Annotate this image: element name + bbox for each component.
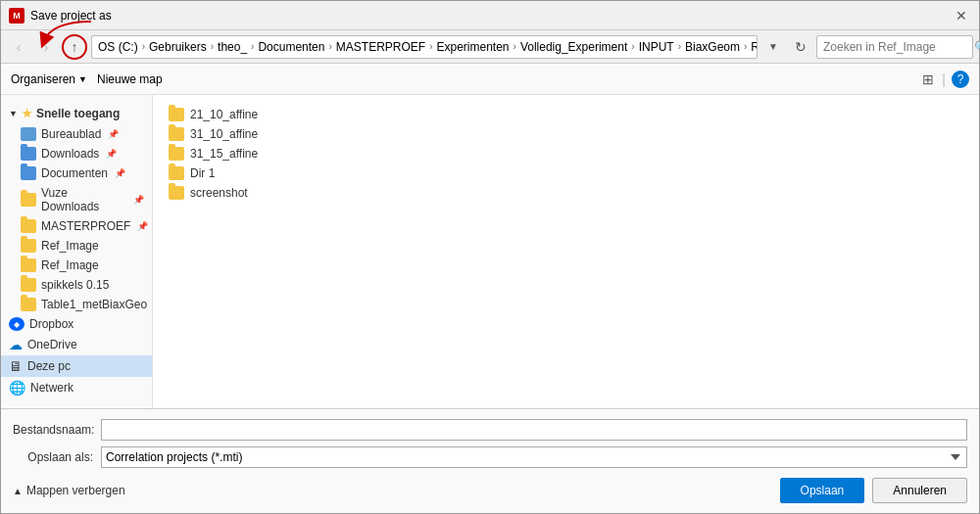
file-name-4: Dir 1	[190, 166, 215, 180]
sidebar-item-refimage1[interactable]: Ref_Image	[1, 236, 152, 256]
file-item-4[interactable]: Dir 1	[163, 164, 969, 183]
folder-icon-refimage2	[21, 258, 36, 272]
cancel-button[interactable]: Annuleren	[872, 478, 967, 503]
help-button[interactable]: ?	[952, 70, 969, 88]
sidebar-item-label-table1: Table1_metBiaxGeo	[41, 298, 147, 311]
folder-icon-item-2	[169, 127, 184, 141]
folder-icon-item-5	[169, 186, 184, 200]
address-bar[interactable]: OS (C:) › Gebruikers › theo_ › Documente…	[91, 35, 758, 59]
save-button[interactable]: Opslaan	[780, 478, 865, 503]
sidebar-item-deze-pc[interactable]: 🖥 Deze pc	[1, 355, 152, 377]
sidebar-item-spikkels[interactable]: spikkels 0.15	[1, 275, 152, 295]
action-bar-right: ⊞ | ?	[920, 70, 969, 89]
sidebar-item-label-spikkels: spikkels 0.15	[41, 278, 109, 292]
title-bar-left: M Save project as	[9, 8, 112, 23]
save-dialog: M Save project as ✕ ‹ › ↑ OS (C:)	[0, 0, 980, 514]
organize-dropdown-icon: ▼	[78, 74, 87, 84]
folder-icon-downloads	[21, 147, 36, 161]
file-name-5: screenshot	[190, 186, 248, 200]
file-item-3[interactable]: 31_15_affine	[163, 144, 969, 164]
folder-icon-item-4	[169, 166, 184, 180]
sidebar-item-label-documenten: Documenten	[41, 166, 108, 180]
breadcrumb-volledig: Volledig_Experiment	[520, 40, 627, 54]
sidebar-item-netwerk[interactable]: 🌐 Netwerk	[1, 377, 152, 398]
pin-icon-bureaublad: 📌	[108, 129, 119, 139]
app-icon: M	[9, 8, 24, 23]
file-name-2: 31_10_affine	[190, 127, 258, 141]
file-item-2[interactable]: 31_10_affine	[163, 124, 969, 144]
bottom-actions: ▲ Mappen verbergen Opslaan Annuleren	[13, 474, 967, 503]
organize-button[interactable]: Organiseren ▼	[11, 72, 87, 86]
folder-icon-item-3	[169, 147, 184, 161]
folder-icon-documenten	[21, 166, 36, 180]
breadcrumb-refimage: Ref_Image	[751, 40, 758, 54]
folder-icon-spikkels	[21, 278, 36, 292]
toggle-folders-button[interactable]: ▲ Mappen verbergen	[13, 484, 125, 497]
file-item-5[interactable]: screenshot	[163, 183, 969, 203]
view-grid-button[interactable]: ⊞	[920, 70, 936, 89]
file-name-1: 21_10_affine	[190, 108, 258, 121]
up-button-wrapper: ↑	[62, 34, 87, 60]
folder-icon-vuze	[21, 193, 36, 207]
folder-icon-masterproef	[21, 219, 36, 233]
file-list: 21_10_affine 31_10_affine 31_15_affine D…	[153, 95, 979, 408]
filename-input[interactable]	[101, 419, 967, 441]
sidebar-item-label-masterproef: MASTERPROEF	[41, 219, 130, 233]
onedrive-icon: ☁	[9, 337, 23, 352]
desktop-icon	[21, 127, 36, 141]
pin-icon-documenten: 📌	[115, 168, 125, 178]
sidebar-item-table1[interactable]: Table1_metBiaxGeo	[1, 295, 152, 314]
sidebar-item-label-vuze: Vuze Downloads	[41, 186, 126, 213]
breadcrumb-masterproef: MASTERPROEF	[336, 40, 425, 54]
search-input[interactable]	[823, 40, 970, 54]
breadcrumb-gebruikers: Gebruikers	[149, 40, 207, 54]
sidebar-item-label-netwerk: Netwerk	[30, 381, 74, 395]
sidebar-item-label-refimage2: Ref_Image	[41, 258, 99, 272]
back-button[interactable]: ‹	[7, 35, 30, 59]
file-name-3: 31_15_affine	[190, 147, 258, 161]
refresh-button[interactable]: ↻	[789, 35, 812, 59]
sidebar-item-downloads[interactable]: Downloads 📌	[1, 144, 152, 164]
netwerk-icon: 🌐	[9, 380, 25, 396]
sidebar-item-label-bureaublad: Bureaublad	[41, 127, 101, 141]
dialog-title: Save project as	[30, 9, 112, 23]
folder-icon-refimage1	[21, 239, 36, 253]
pin-icon-vuze: 📌	[133, 195, 144, 205]
sidebar-item-masterproef[interactable]: MASTERPROEF 📌	[1, 216, 152, 236]
sidebar-item-label-onedrive: OneDrive	[27, 338, 77, 351]
search-icon: 🔍	[974, 40, 980, 54]
dropbox-icon: ◆	[9, 317, 24, 331]
sidebar-item-dropbox[interactable]: ◆ Dropbox	[1, 314, 152, 334]
bottom-bar: Bestandsnaam: Opslaan als: Correlation p…	[1, 408, 979, 513]
saveas-label: Opslaan als:	[13, 450, 101, 464]
folder-icon-table1	[21, 298, 36, 311]
sidebar-item-refimage2[interactable]: Ref_Image	[1, 256, 152, 275]
sidebar-item-label-downloads: Downloads	[41, 147, 99, 161]
pin-icon-masterproef: 📌	[137, 221, 148, 231]
file-item-1[interactable]: 21_10_affine	[163, 105, 969, 124]
sidebar-item-onedrive[interactable]: ☁ OneDrive	[1, 334, 152, 355]
close-button[interactable]: ✕	[952, 6, 971, 25]
saveas-row: Opslaan als: Correlation projects (*.mti…	[13, 446, 967, 468]
view-separator: |	[942, 71, 946, 87]
address-dropdown-btn[interactable]: ▼	[761, 35, 785, 59]
sidebar-item-label-deze-pc: Deze pc	[27, 359, 71, 373]
sidebar-item-label-refimage1: Ref_Image	[41, 239, 99, 253]
breadcrumb-documenten: Documenten	[258, 40, 324, 54]
breadcrumb-experimenten: Experimenten	[437, 40, 510, 54]
dialog-buttons: Opslaan Annuleren	[780, 478, 967, 503]
saveas-select[interactable]: Correlation projects (*.mti)	[101, 446, 967, 468]
folder-icon-item-1	[169, 108, 184, 121]
forward-button[interactable]: ›	[34, 35, 58, 59]
pin-icon-downloads: 📌	[106, 149, 117, 159]
toggle-chevron-icon: ▲	[13, 486, 23, 496]
sidebar-item-documenten[interactable]: Documenten 📌	[1, 164, 152, 183]
sidebar-item-bureaublad[interactable]: Bureaublad 📌	[1, 124, 152, 144]
breadcrumb-input: INPUT	[639, 40, 674, 54]
new-folder-button[interactable]: Nieuwe map	[97, 72, 163, 86]
sidebar-item-vuze[interactable]: Vuze Downloads 📌	[1, 183, 152, 216]
sidebar-quick-access-header[interactable]: ▼ ★ Snelle toegang	[1, 103, 152, 124]
toolbar: ‹ › ↑ OS (C:) › Gebruikers › theo_ › D	[1, 30, 979, 64]
up-button[interactable]: ↑	[62, 34, 87, 60]
quick-access-star-icon: ★	[22, 107, 32, 120]
